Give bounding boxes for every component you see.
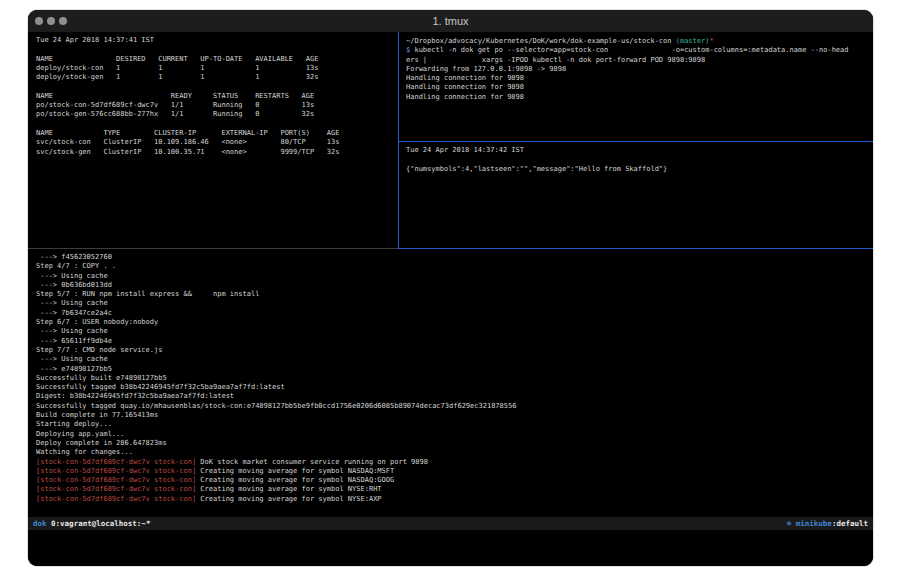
terminal-window: 1. tmux Tue 24 Apr 2018 14:37:41 IST NAM… (28, 10, 873, 566)
tmux-status-bar: dok 0:vagrant@localhost:~* ☸ minikube:de… (28, 517, 873, 530)
command-text: kubectl -n dok get po --selector=app=sto… (414, 46, 848, 54)
pod-log-message: DoK stock market consumer service runnin… (196, 458, 428, 466)
minimize-button-icon[interactable] (47, 17, 55, 25)
window-title: 1. tmux (28, 10, 873, 32)
pod-log-line: [stock-con-5d7df689cf-dwc7v stock-con] C… (36, 495, 873, 504)
desktop-background: 1. tmux Tue 24 Apr 2018 14:37:41 IST NAM… (0, 0, 900, 574)
git-branch: (master) (676, 37, 710, 45)
pod-log-line: [stock-con-5d7df689cf-dwc7v stock-con] C… (36, 467, 873, 476)
shell-prompt-path-line: ~/Dropbox/advocacy/Kubernetes/DoK/work/d… (406, 37, 873, 46)
status-left: dok 0:vagrant@localhost:~* (33, 517, 150, 530)
prompt-path: ~/Dropbox/advocacy/Kubernetes/DoK/work/d… (406, 37, 676, 45)
close-button-icon[interactable] (35, 17, 43, 25)
pod-log-prefix: [stock-con-5d7df689cf-dwc7v stock-con] (36, 467, 196, 475)
traffic-lights (35, 17, 67, 25)
pod-log-message: Creating moving average for symbol NYSE:… (196, 485, 381, 493)
pod-log-prefix: [stock-con-5d7df689cf-dwc7v stock-con] (36, 485, 196, 493)
pod-log-prefix: [stock-con-5d7df689cf-dwc7v stock-con] (36, 476, 196, 484)
session-name: dok (33, 519, 51, 528)
status-right: ☸ minikube:default (787, 517, 868, 530)
status-window-item[interactable]: 0:vagrant@localhost:~* (51, 519, 150, 528)
pod-log-line: [stock-con-5d7df689cf-dwc7v stock-con] C… (36, 485, 873, 494)
git-dirty-marker: * (709, 37, 713, 45)
shell-command-line: $ kubectl -n dok get po --selector=app=s… (406, 46, 873, 55)
kube-namespace: :default (832, 519, 868, 528)
pod-log-line: [stock-con-5d7df689cf-dwc7v stock-con] C… (36, 476, 873, 485)
curl-watch-output: Tue 24 Apr 2018 14:37:42 IST {"numsymbol… (406, 146, 873, 174)
pod-log-message: Creating moving average for symbol NASDA… (196, 476, 394, 484)
pod-log-prefix: [stock-con-5d7df689cf-dwc7v stock-con] (36, 458, 196, 466)
kubectl-watch-output: Tue 24 Apr 2018 14:37:41 IST NAME DESIRE… (36, 36, 398, 157)
window-titlebar: 1. tmux (28, 10, 873, 33)
tmux-terminal: Tue 24 Apr 2018 14:37:41 IST NAME DESIRE… (28, 32, 873, 566)
pane-curl-watch[interactable]: Tue 24 Apr 2018 14:37:42 IST {"numsymbol… (399, 142, 873, 248)
zoom-button-icon[interactable] (59, 17, 67, 25)
pod-log-message: Creating moving average for symbol NYSE:… (196, 495, 381, 503)
port-forward-output: ers | xargs -IPOD kubectl -n dok port-fo… (406, 56, 873, 102)
kube-context-icon: ☸ minikube (787, 519, 832, 528)
docker-build-log: ---> f45623052760 Step 4/7 : COPY . . --… (36, 253, 873, 458)
pod-log-prefix: [stock-con-5d7df689cf-dwc7v stock-con] (36, 495, 196, 503)
pane-kubectl-watch[interactable]: Tue 24 Apr 2018 14:37:41 IST NAME DESIRE… (28, 32, 398, 248)
pod-log-line: [stock-con-5d7df689cf-dwc7v stock-con] D… (36, 458, 873, 467)
pane-port-forward[interactable]: ~/Dropbox/advocacy/Kubernetes/DoK/work/d… (399, 32, 873, 141)
pane-skaffold-dev[interactable]: ---> f45623052760 Step 4/7 : COPY . . --… (28, 249, 873, 517)
pod-log-message: Creating moving average for symbol NASDA… (196, 467, 394, 475)
